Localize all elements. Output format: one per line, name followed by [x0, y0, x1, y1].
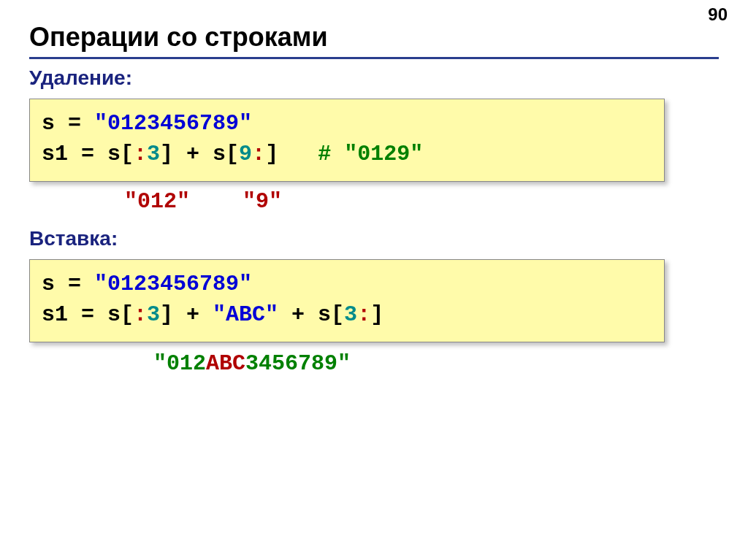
code-seg: = s[	[68, 302, 134, 327]
insert-line2: s1 = s[:3] + "ABC" + s[3:]	[42, 299, 652, 330]
code-seg: = s[	[68, 142, 134, 166]
code-seg: "0123456789"	[94, 272, 252, 296]
result-seg: ABC	[206, 351, 245, 376]
code-seg: 3	[147, 142, 160, 166]
delete-code-block: s = "0123456789" s1 = s[:3] + s[9:] # "0…	[29, 99, 665, 182]
slide-content: Операции со строками Удаление: s = "0123…	[0, 0, 748, 376]
code-seg: s1	[42, 142, 68, 166]
code-seg: ]	[370, 302, 383, 327]
result-seg: 3456789"	[245, 351, 351, 376]
code-seg: :	[134, 302, 147, 327]
code-seg: :	[357, 302, 370, 327]
code-seg: s	[42, 111, 55, 136]
result-seg: "012"	[124, 189, 190, 214]
code-seg: 3	[344, 302, 357, 327]
insert-line1: s = "0123456789"	[42, 269, 652, 299]
page-title: Операции со строками	[29, 22, 719, 59]
code-seg: # "0129"	[318, 142, 423, 166]
insert-result: "012ABC3456789"	[29, 351, 719, 376]
delete-result: "012" "9"	[29, 189, 719, 214]
code-seg: ] + s[	[160, 142, 239, 166]
code-seg: 3	[147, 302, 160, 327]
code-seg: 9	[239, 142, 252, 166]
code-seg: =	[55, 272, 94, 296]
insert-label: Вставка:	[29, 227, 719, 250]
insert-code-block: s = "0123456789" s1 = s[:3] + "ABC" + s[…	[29, 259, 665, 342]
result-spacer	[190, 189, 243, 214]
code-seg: ] +	[160, 302, 213, 327]
code-seg: :	[134, 142, 147, 166]
code-seg: =	[55, 111, 94, 136]
result-seg: "9"	[243, 189, 282, 214]
code-seg: "0123456789"	[94, 111, 252, 136]
result-seg: "012	[153, 351, 206, 376]
delete-label: Удаление:	[29, 66, 719, 90]
code-seg: ]	[265, 142, 318, 166]
code-seg: s1	[42, 302, 68, 327]
delete-line2: s1 = s[:3] + s[9:] # "0129"	[42, 139, 652, 169]
code-seg: :	[252, 142, 265, 166]
page-number: 90	[708, 4, 728, 25]
code-seg: "ABC"	[213, 302, 278, 327]
code-seg: + s[	[278, 302, 344, 327]
delete-line1: s = "0123456789"	[42, 108, 652, 139]
code-seg: s	[42, 272, 55, 296]
